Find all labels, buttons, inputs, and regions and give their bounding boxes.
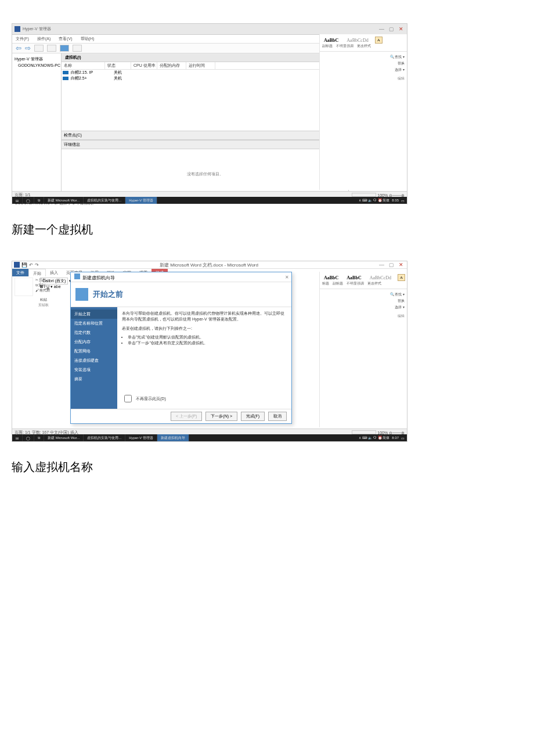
prev-button: < 上一步(P) bbox=[171, 412, 202, 421]
dont-show-input[interactable] bbox=[124, 395, 132, 402]
tree-root[interactable]: Hyper-V 管理器 bbox=[13, 56, 60, 63]
taskbar-item[interactable]: Hyper-V 管理器 bbox=[125, 197, 157, 204]
taskbar-item[interactable]: 新建 Microsoft Wor... bbox=[44, 197, 84, 204]
dont-show-label: 不再显示此页(D) bbox=[136, 396, 166, 402]
word-title: 新建 Microsoft Word 文档.docx - Microsoft Wo… bbox=[41, 262, 377, 268]
tree-server-node[interactable]: GODONLYKNOWS-PC bbox=[13, 63, 60, 68]
change-style-label: 更改样式 bbox=[357, 44, 371, 49]
col-state[interactable]: 状态 bbox=[105, 62, 131, 69]
nav-back-icon[interactable]: ⇦ bbox=[16, 44, 21, 52]
maximize-icon[interactable]: ▢ bbox=[389, 26, 394, 32]
vm-row[interactable]: 白帽2.15. IP 关机 bbox=[62, 70, 348, 75]
editing-replace[interactable]: 替换 bbox=[322, 298, 405, 304]
wizard-banner-text: 开始之前 bbox=[93, 289, 123, 300]
style-label: 不明显强调 bbox=[347, 281, 364, 286]
wnav-summary[interactable]: 摘要 bbox=[71, 375, 117, 384]
next-button[interactable]: 下一步(N) > bbox=[205, 412, 237, 421]
editing-replace[interactable]: 替换 bbox=[322, 60, 405, 67]
taskbar-item[interactable]: 新建 Microsoft Wor... bbox=[44, 434, 84, 441]
wnav-name-location[interactable]: 指定名称和位置 bbox=[71, 319, 117, 328]
editing-find[interactable]: 🔍 查找 ▾ bbox=[322, 54, 405, 60]
col-mem[interactable]: 分配的内存 bbox=[157, 62, 186, 69]
wizard-banner-icon bbox=[75, 288, 88, 301]
tab-home[interactable]: 开始 bbox=[28, 269, 46, 277]
editing-select[interactable]: 选择 ▾ bbox=[322, 67, 405, 73]
close-icon[interactable]: ✕ bbox=[399, 26, 403, 32]
style-sample[interactable]: AaBbCcDd bbox=[345, 37, 370, 44]
qa-save-icon[interactable]: 💾 bbox=[21, 262, 27, 268]
minimize-icon[interactable]: — bbox=[379, 262, 384, 268]
screenshot-new-vm-wizard: 💾 ↶ ↷ 新建 Microsoft Word 文档.docx - Micros… bbox=[12, 261, 407, 442]
tab-file[interactable]: 文件 bbox=[12, 269, 28, 277]
start-button[interactable]: ⊞ bbox=[12, 197, 23, 204]
vm-row[interactable]: 白帽2.5+ 关机 bbox=[62, 75, 348, 81]
taskview-icon[interactable]: ⧉ bbox=[34, 434, 44, 441]
style-sample[interactable]: AaBbC bbox=[322, 37, 340, 44]
hv-tree: Hyper-V 管理器 GODONLYKNOWS-PC bbox=[12, 53, 62, 199]
word-icon bbox=[14, 262, 20, 268]
toolbar-button-3[interactable] bbox=[60, 45, 69, 52]
wnav-vhd[interactable]: 连接虚拟硬盘 bbox=[71, 356, 117, 365]
taskbar-item[interactable]: 虚拟机的安装与使用... bbox=[84, 434, 125, 441]
hv-titlebar: Hyper-V 管理器 — ▢ ✕ bbox=[12, 24, 407, 35]
maximize-icon[interactable]: ▢ bbox=[389, 262, 394, 268]
tab-insert[interactable]: 插入 bbox=[46, 269, 62, 277]
wnav-install[interactable]: 安装选项 bbox=[71, 365, 117, 375]
caption-create-vm: 新建一个虚拟机 bbox=[12, 222, 534, 237]
menu-view[interactable]: 查看(V) bbox=[59, 36, 72, 42]
style-sample[interactable]: AaBbC bbox=[322, 275, 340, 281]
taskbar-item[interactable]: Hyper-V 管理器 bbox=[125, 434, 157, 441]
start-button[interactable]: ⊞ bbox=[12, 434, 23, 441]
menu-action[interactable]: 操作(A) bbox=[37, 36, 50, 42]
wizard-main: 本向导可帮助你创建虚拟机。你可以使用虚拟机代替物理计算机实现各种用途。可以立即使… bbox=[117, 307, 291, 409]
taskview-icon[interactable]: ◯ bbox=[23, 197, 34, 204]
style-label: 副标题 bbox=[333, 281, 343, 286]
change-style-button[interactable]: A bbox=[375, 37, 383, 44]
word-ribbon-right: AaBbC AaBbCcDd A 副标题 不明显强调 更改样式 🔍 查找 ▾ 替… bbox=[319, 34, 407, 190]
taskbar: ⊞ ◯ ⧉ 新建 Microsoft Wor... 虚拟机的安装与使用... H… bbox=[12, 434, 407, 441]
menu-file[interactable]: 文件(F) bbox=[16, 36, 29, 42]
wizard-nav: 开始之前 指定名称和位置 指定代数 分配内存 配置网络 连接虚拟硬盘 安装选项 … bbox=[71, 307, 117, 409]
dont-show-checkbox[interactable]: 不再显示此页(D) bbox=[122, 393, 166, 404]
toolbar-button-1[interactable] bbox=[34, 45, 44, 52]
change-style-button[interactable]: A bbox=[398, 274, 405, 281]
col-cpu[interactable]: CPU 使用率 bbox=[131, 62, 157, 69]
finish-button[interactable]: 完成(F) bbox=[241, 412, 265, 421]
qa-undo-icon[interactable]: ↶ bbox=[29, 262, 33, 268]
style-sample[interactable]: AaBbCcDd bbox=[368, 275, 393, 281]
taskbar: ⊞ ◯ ⧉ 新建 Microsoft Wor... 虚拟机的安装与使用... H… bbox=[12, 197, 407, 204]
col-name[interactable]: 名称 bbox=[62, 62, 105, 69]
wnav-memory[interactable]: 分配内存 bbox=[71, 337, 117, 347]
wnav-network[interactable]: 配置网络 bbox=[71, 347, 117, 356]
cancel-button[interactable]: 取消 bbox=[268, 412, 287, 421]
word-ribbon-right: AaBbC AaBbC AaBbCcDd A 标题 副标题 不明显强调 更改样式… bbox=[319, 272, 407, 427]
app-icon bbox=[15, 26, 20, 32]
new-vm-wizard: 新建虚拟机向导 ✕ 开始之前 开始之前 指定名称和位置 指定代数 分配内存 配置… bbox=[70, 272, 292, 424]
menu-help[interactable]: 帮助(H) bbox=[81, 36, 95, 42]
vmlist-header: 虚拟机(I) bbox=[62, 53, 348, 62]
wnav-before-begin[interactable]: 开始之前 bbox=[71, 309, 117, 319]
taskview-icon[interactable]: ◯ bbox=[23, 434, 34, 441]
style-sample[interactable]: AaBbC bbox=[345, 275, 363, 281]
col-uptime[interactable]: 运行时间 bbox=[186, 62, 215, 69]
editing-label: 编辑 bbox=[322, 313, 405, 319]
wizard-bullet-finish: 单击"完成"创建使用默认值配置的虚拟机。 bbox=[128, 334, 287, 340]
minimize-icon[interactable]: — bbox=[379, 26, 384, 32]
editing-select[interactable]: 选择 ▾ bbox=[322, 304, 405, 311]
nav-forward-icon[interactable]: ⇨ bbox=[25, 44, 31, 52]
wizard-banner: 开始之前 bbox=[71, 282, 291, 307]
toolbar-button-2[interactable] bbox=[47, 45, 56, 52]
hv-title: Hyper-V 管理器 bbox=[23, 26, 51, 32]
paste-button[interactable] bbox=[15, 278, 33, 296]
qa-redo-icon[interactable]: ↷ bbox=[35, 262, 39, 268]
checkpoints-header: 检查点(C) bbox=[62, 131, 348, 140]
taskbar-item[interactable]: 新建虚拟机向导 bbox=[157, 434, 189, 441]
toolbar-button-4[interactable] bbox=[73, 45, 82, 52]
close-icon[interactable]: ✕ bbox=[399, 262, 403, 268]
taskview-icon[interactable]: ⧉ bbox=[34, 197, 44, 204]
editing-find[interactable]: 🔍 查找 ▾ bbox=[322, 291, 405, 298]
taskbar-item[interactable]: 虚拟机的安装与使用... bbox=[84, 197, 125, 204]
wnav-generation[interactable]: 指定代数 bbox=[71, 328, 117, 337]
wizard-close-icon[interactable]: ✕ bbox=[285, 275, 289, 280]
style-label: 不明显强调 bbox=[336, 44, 353, 49]
